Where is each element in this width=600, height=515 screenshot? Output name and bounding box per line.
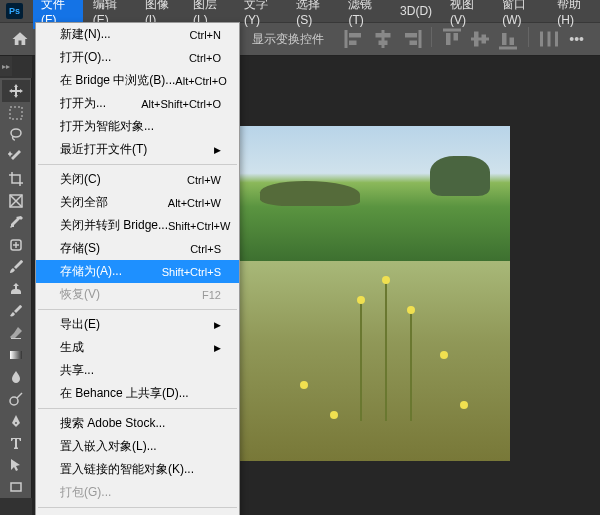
menu-item[interactable]: 自动(U)▶ [36,511,239,515]
align-top-icon[interactable] [440,27,464,51]
menu-item-shortcut: Alt+Ctrl+W [168,197,221,209]
svg-rect-1 [349,33,361,38]
submenu-arrow-icon: ▶ [214,145,221,155]
menu-item[interactable]: 最近打开文件(T)▶ [36,138,239,161]
menu-item[interactable]: 生成▶ [36,336,239,359]
landscape-image [240,126,510,261]
marquee-tool[interactable] [2,102,30,124]
lasso-tool[interactable] [2,124,30,146]
menu-item-shortcut: Ctrl+W [187,174,221,186]
frame-tool[interactable] [2,190,30,212]
svg-rect-6 [419,30,422,48]
svg-point-26 [10,397,18,405]
menu-select[interactable]: 选择(S) [288,0,338,29]
separator [431,27,432,47]
menu-item-shortcut: Ctrl+N [190,29,221,41]
svg-rect-7 [405,33,417,38]
eraser-tool[interactable] [2,322,30,344]
blur-tool[interactable] [2,366,30,388]
menu-item[interactable]: 关闭并转到 Bridge...Shift+Ctrl+W [36,214,239,237]
menu-item[interactable]: 存储为(A)...Shift+Ctrl+S [36,260,239,283]
separator [528,27,529,47]
menu-item-label: 存储为(A)... [60,263,122,280]
healing-brush-tool[interactable] [2,234,30,256]
path-select-tool[interactable] [2,454,30,476]
menu-item[interactable]: 置入链接的智能对象(K)... [36,458,239,481]
svg-rect-27 [11,483,21,491]
align-center-h-icon[interactable] [371,27,395,51]
menu-item-label: 恢复(V) [60,286,100,303]
menu-item-label: 导出(E) [60,316,100,333]
menu-item[interactable]: 打开(O)...Ctrl+O [36,46,239,69]
align-left-icon[interactable] [343,27,367,51]
home-icon[interactable] [8,27,32,51]
menu-item-label: 新建(N)... [60,26,111,43]
svg-rect-14 [482,35,487,44]
menu-item-shortcut: Alt+Ctrl+O [175,75,226,87]
flowers-image [240,261,510,461]
menu-item-label: 关闭全部 [60,194,108,211]
menu-item[interactable]: 存储(S)Ctrl+S [36,237,239,260]
menu-item[interactable]: 在 Bridge 中浏览(B)...Alt+Ctrl+O [36,69,239,92]
crop-tool[interactable] [2,168,30,190]
menu-item-label: 在 Bridge 中浏览(B)... [60,72,175,89]
svg-rect-25 [10,351,22,359]
svg-rect-13 [474,32,479,47]
menu-3d[interactable]: 3D(D) [392,2,440,20]
menu-item-label: 关闭(C) [60,171,101,188]
pen-tool[interactable] [2,410,30,432]
distribute-icon[interactable] [537,27,561,51]
menu-item[interactable]: 共享... [36,359,239,382]
menu-item[interactable]: 关闭全部Alt+Ctrl+W [36,191,239,214]
menu-item[interactable]: 打开为...Alt+Shift+Ctrl+O [36,92,239,115]
clone-stamp-tool[interactable] [2,278,30,300]
menu-separator [38,164,237,165]
move-tool[interactable] [2,80,30,102]
eyedropper-tool[interactable] [2,212,30,234]
align-right-icon[interactable] [399,27,423,51]
menu-view[interactable]: 视图(V) [442,0,492,29]
menu-separator [38,309,237,310]
menu-window[interactable]: 窗口(W) [494,0,547,29]
app-logo: Ps [6,3,23,19]
menu-item[interactable]: 在 Behance 上共享(D)... [36,382,239,405]
menu-item-label: 打开为... [60,95,106,112]
menu-item-label: 关闭并转到 Bridge... [60,217,168,234]
document-image [240,126,510,461]
menu-item[interactable]: 置入嵌入对象(L)... [36,435,239,458]
menu-item[interactable]: 打开为智能对象... [36,115,239,138]
menu-filter[interactable]: 滤镜(T) [340,0,390,29]
svg-rect-19 [548,32,551,47]
submenu-arrow-icon: ▶ [214,343,221,353]
menubar: Ps 文件(F) 编辑(E) 图像(I) 图层(L) 文字(Y) 选择(S) 滤… [0,0,600,22]
gradient-tool[interactable] [2,344,30,366]
svg-rect-18 [540,32,543,47]
svg-rect-16 [502,33,507,45]
brush-tool[interactable] [2,256,30,278]
menu-item[interactable]: 搜索 Adobe Stock... [36,412,239,435]
more-options-icon[interactable]: ••• [561,31,592,47]
toolbar [0,78,32,498]
svg-rect-20 [555,32,558,47]
align-bottom-icon[interactable] [496,27,520,51]
type-tool[interactable] [2,432,30,454]
svg-rect-2 [349,41,357,46]
menu-item-label: 搜索 Adobe Stock... [60,415,165,432]
menu-item: 打包(G)... [36,481,239,504]
transform-controls-label: 显示变换控件 [252,31,324,48]
menu-item[interactable]: 关闭(C)Ctrl+W [36,168,239,191]
menu-help[interactable]: 帮助(H) [549,0,600,29]
menu-item[interactable]: 导出(E)▶ [36,313,239,336]
file-menu-dropdown: 新建(N)...Ctrl+N打开(O)...Ctrl+O在 Bridge 中浏览… [35,22,240,515]
menu-item[interactable]: 新建(N)...Ctrl+N [36,23,239,46]
align-middle-icon[interactable] [468,27,492,51]
expand-panel-icon[interactable]: ▸▸ [0,56,12,76]
magic-wand-tool[interactable] [2,146,30,168]
rectangle-tool[interactable] [2,476,30,498]
history-brush-tool[interactable] [2,300,30,322]
svg-rect-11 [454,33,459,41]
menu-item-label: 打开(O)... [60,49,111,66]
menu-item-label: 打包(G)... [60,484,111,501]
menu-type[interactable]: 文字(Y) [236,0,286,29]
dodge-tool[interactable] [2,388,30,410]
